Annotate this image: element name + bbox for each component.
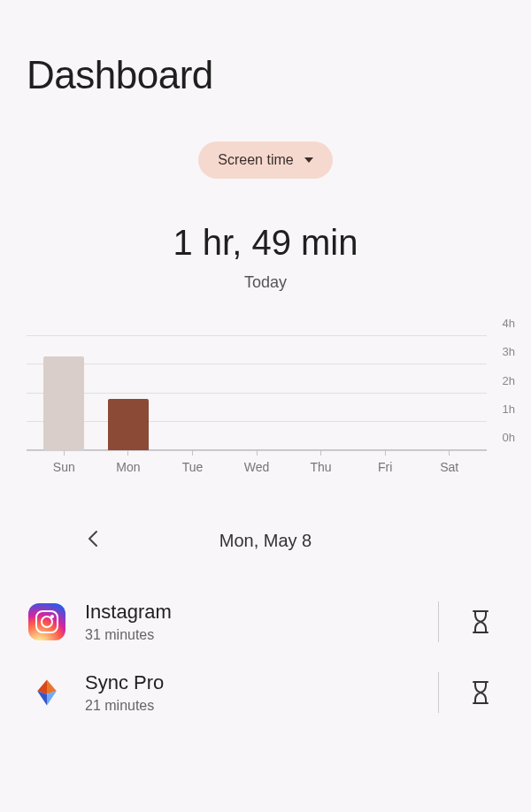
total-caption: Today bbox=[0, 273, 531, 292]
prev-day-button[interactable] bbox=[80, 523, 106, 560]
app-name: Sync Pro bbox=[85, 671, 419, 694]
chart-bar[interactable] bbox=[43, 356, 84, 450]
app-usage-list: Instagram 31 minutes Sync Pro 21 minutes bbox=[0, 586, 531, 728]
screen-time-dropdown[interactable]: Screen time bbox=[198, 142, 332, 179]
divider bbox=[438, 672, 439, 713]
instagram-icon bbox=[28, 603, 65, 640]
x-tick-label: Thu bbox=[289, 460, 353, 474]
divider bbox=[438, 601, 439, 642]
app-timer-button[interactable] bbox=[458, 680, 503, 705]
selected-date: Mon, May 8 bbox=[219, 531, 312, 551]
x-tick-label: Fri bbox=[353, 460, 418, 474]
y-tick-label: 1h bbox=[503, 402, 515, 415]
app-timer-button[interactable] bbox=[458, 609, 503, 634]
app-name: Instagram bbox=[85, 601, 419, 624]
dropdown-label: Screen time bbox=[218, 152, 293, 168]
chart-bar[interactable] bbox=[108, 399, 149, 450]
chevron-down-icon bbox=[304, 157, 313, 163]
screen-time-chart[interactable]: 0h1h2h3h4h SunMonTueWedThuFriSat bbox=[0, 336, 531, 478]
y-tick-label: 0h bbox=[503, 431, 515, 444]
y-tick-label: 2h bbox=[503, 373, 515, 387]
x-tick-label: Wed bbox=[225, 460, 289, 474]
x-tick-label: Sat bbox=[417, 460, 481, 474]
y-tick-label: 3h bbox=[503, 345, 515, 358]
x-tick-label: Sun bbox=[32, 460, 96, 474]
total-screen-time: 1 hr, 49 min bbox=[0, 223, 531, 263]
y-tick-label: 4h bbox=[503, 317, 515, 330]
x-tick-label: Tue bbox=[160, 460, 225, 474]
sync-pro-icon bbox=[28, 674, 65, 711]
app-time: 31 minutes bbox=[85, 627, 419, 643]
app-row[interactable]: Sync Pro 21 minutes bbox=[28, 657, 503, 728]
app-row[interactable]: Instagram 31 minutes bbox=[28, 586, 503, 657]
app-time: 21 minutes bbox=[85, 698, 419, 714]
x-tick-label: Mon bbox=[96, 460, 161, 474]
page-title: Dashboard bbox=[0, 0, 531, 142]
